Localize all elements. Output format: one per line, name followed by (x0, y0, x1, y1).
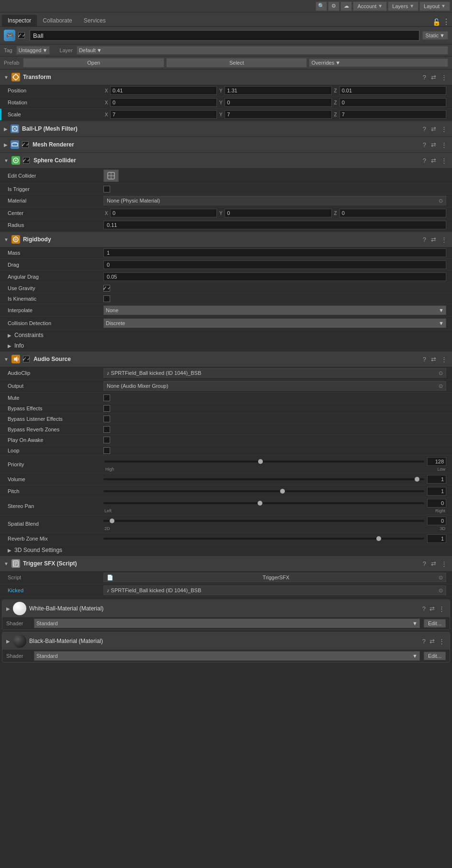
settings-icon[interactable]: ⇄ (430, 356, 437, 363)
prefab-open-btn[interactable]: Open (23, 58, 164, 68)
pitch-slider-track[interactable] (103, 490, 424, 492)
drag-input[interactable] (103, 260, 446, 269)
black-edit-btn[interactable]: Edit... (424, 652, 446, 660)
more-icon[interactable]: ⋮ (440, 141, 448, 148)
is-trigger-checkbox[interactable] (103, 186, 110, 192)
center-y-input[interactable] (225, 209, 331, 217)
position-y-input[interactable] (225, 86, 331, 95)
cloud-btn[interactable]: ☁ (340, 1, 352, 11)
reverb-value[interactable]: 1 (427, 534, 446, 543)
settings-icon[interactable]: ⇄ (430, 560, 437, 567)
audiosource-header[interactable]: ▼ ✓ Audio Source ? ⇄ ⋮ (0, 351, 452, 367)
scale-y-input[interactable] (225, 110, 331, 119)
spherecollider-header[interactable]: ▼ ✓ Sphere Collider ? ⇄ ⋮ (0, 153, 452, 168)
radius-input[interactable] (103, 221, 446, 229)
priority-value[interactable]: 128 (427, 457, 446, 466)
white-shader-select[interactable]: Standard ▼ (34, 619, 420, 628)
output-field[interactable]: None (Audio Mixer Group) ⊙ (103, 381, 446, 391)
constraints-row[interactable]: ▶ Constraints (0, 330, 452, 340)
reverb-slider-track[interactable] (103, 538, 424, 540)
help-icon[interactable]: ? (422, 141, 427, 148)
settings-btn[interactable]: ⚙ (328, 1, 339, 11)
help-icon[interactable]: ? (422, 236, 427, 243)
volume-slider-track[interactable] (103, 478, 424, 480)
object-active-checkbox[interactable]: ✓ (18, 32, 25, 39)
mass-input[interactable] (103, 248, 446, 257)
audioclip-field[interactable]: ♪ SPRTField_Ball kicked (ID 1044)_BSB ⊙ (103, 368, 446, 378)
help-icon[interactable]: ? (422, 125, 427, 133)
settings-icon[interactable]: ⇄ (429, 605, 436, 612)
angular-drag-input[interactable] (103, 272, 446, 281)
collision-detection-dropdown[interactable]: Discrete ▼ (103, 318, 446, 328)
lock-icon[interactable]: 🔓 (432, 18, 441, 26)
more-icon[interactable]: ⋮ (440, 74, 448, 81)
stereo-slider-track[interactable] (103, 502, 424, 504)
tab-inspector[interactable]: Inspector (2, 15, 37, 26)
loop-checkbox[interactable] (103, 447, 110, 454)
bypass-effects-checkbox[interactable] (103, 405, 110, 412)
layers-btn[interactable]: Layers ▼ (388, 1, 418, 11)
settings-icon[interactable]: ⇄ (430, 236, 437, 243)
stereo-slider-thumb[interactable] (258, 501, 262, 506)
more-icon[interactable]: ⋮ (440, 157, 448, 164)
pitch-slider-thumb[interactable] (280, 489, 285, 494)
position-x-input[interactable] (110, 86, 217, 95)
settings-icon[interactable]: ⇄ (430, 125, 437, 133)
volume-value[interactable]: 1 (427, 475, 446, 484)
more-icon[interactable]: ⋮ (440, 236, 448, 243)
account-btn[interactable]: Account ▼ (353, 1, 387, 11)
reverb-slider-thumb[interactable] (376, 536, 381, 541)
spatial-slider-thumb[interactable] (110, 519, 114, 523)
tab-services[interactable]: Services (78, 15, 112, 26)
settings-icon[interactable]: ⇄ (430, 157, 437, 164)
kicked-field[interactable]: ♪ SPRTField_Ball kicked (ID 1044)_BSB ⊙ (103, 586, 446, 595)
mute-checkbox[interactable] (103, 395, 110, 401)
interpolate-dropdown[interactable]: None ▼ (103, 305, 446, 315)
more-icon[interactable]: ⋮ (438, 605, 446, 612)
is-kinematic-checkbox[interactable] (103, 295, 110, 302)
help-icon[interactable]: ? (422, 560, 427, 567)
black-shader-select[interactable]: Standard ▼ (34, 651, 420, 661)
priority-slider-track[interactable] (104, 461, 424, 462)
bypass-listener-checkbox[interactable] (103, 416, 110, 422)
scale-z-input[interactable] (339, 110, 446, 119)
prefab-select-btn[interactable]: Select (166, 58, 307, 68)
tag-dropdown[interactable]: Untagged ▼ (16, 46, 50, 55)
more-icon[interactable]: ⋮ (440, 125, 448, 133)
rotation-x-input[interactable] (110, 98, 217, 107)
sound-settings-row[interactable]: ▶ 3D Sound Settings (0, 545, 452, 555)
audiosource-checkbox[interactable]: ✓ (23, 356, 30, 362)
layout-btn[interactable]: Layout ▼ (419, 1, 450, 11)
scale-x-input[interactable] (110, 110, 217, 119)
more-icon[interactable]: ⋮ (440, 560, 448, 567)
collider-material-field[interactable]: None (Physic Material) ⊙ (103, 196, 446, 205)
center-z-input[interactable] (339, 209, 446, 217)
search-btn[interactable]: 🔍 (316, 1, 327, 11)
info-row[interactable]: ▶ Info (0, 340, 452, 351)
use-gravity-checkbox[interactable]: ✓ (103, 285, 110, 292)
meshrenderer-header[interactable]: ▶ ✓ Mesh Renderer ? ⇄ ⋮ (0, 137, 452, 152)
priority-slider-thumb[interactable] (258, 459, 263, 464)
position-z-input[interactable] (339, 86, 446, 95)
spatial-slider-track[interactable] (103, 520, 424, 522)
transform-header[interactable]: ▼ Transform ? ⇄ ⋮ (0, 69, 452, 85)
more-icon[interactable]: ⋮ (440, 356, 448, 363)
rotation-y-input[interactable] (225, 98, 331, 107)
settings-icon[interactable]: ⇄ (430, 141, 437, 148)
tab-collaborate[interactable]: Collaborate (37, 15, 78, 26)
settings-icon[interactable]: ⇄ (430, 74, 437, 81)
help-icon[interactable]: ? (421, 638, 427, 645)
help-icon[interactable]: ? (422, 356, 427, 363)
overrides-dropdown[interactable]: Overrides ▼ (309, 58, 448, 67)
rotation-z-input[interactable] (339, 98, 446, 107)
object-name-input[interactable] (30, 30, 419, 41)
collider-checkbox[interactable]: ✓ (23, 157, 30, 164)
edit-collider-btn[interactable] (103, 169, 119, 182)
settings-icon[interactable]: ⇄ (429, 638, 436, 645)
static-btn[interactable]: Static ▼ (422, 31, 448, 40)
white-edit-btn[interactable]: Edit... (424, 619, 446, 628)
pitch-value[interactable]: 1 (427, 487, 446, 496)
layer-dropdown[interactable]: Default ▼ (77, 46, 448, 55)
help-icon[interactable]: ? (422, 74, 427, 81)
help-icon[interactable]: ? (422, 157, 427, 164)
